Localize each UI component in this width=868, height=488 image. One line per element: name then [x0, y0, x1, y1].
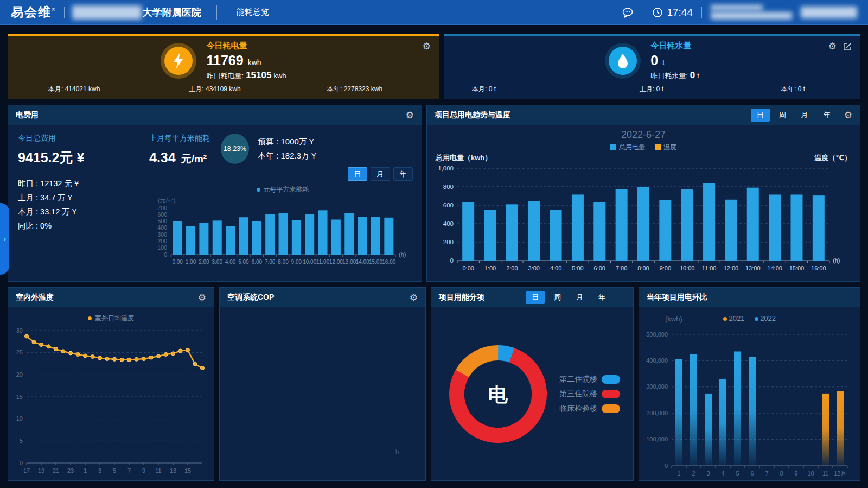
svg-text:13:00: 13:00: [745, 265, 761, 271]
tab-week[interactable]: 周: [548, 291, 567, 304]
svg-text:11: 11: [155, 467, 161, 474]
edit-icon[interactable]: [843, 42, 852, 51]
svg-text:12:00: 12:00: [724, 265, 739, 271]
tab-day[interactable]: 日: [526, 291, 545, 304]
redacted-user-info[interactable]: [711, 5, 792, 20]
divider: [216, 5, 217, 20]
legend-item[interactable]: 第三住院楼: [559, 389, 620, 399]
legend-swatch: [610, 144, 616, 150]
tab-month[interactable]: 月: [795, 109, 814, 122]
yearly-chart-top: (kwh) 2021 2022: [639, 313, 860, 327]
svg-text:7:00: 7:00: [265, 259, 276, 265]
settings-icon[interactable]: ⚙: [406, 111, 414, 120]
svg-text:4:00: 4:00: [225, 259, 236, 265]
hospital-name: 大学附属医院: [72, 5, 201, 20]
svg-text:6:00: 6:00: [594, 265, 605, 271]
tab-year[interactable]: 年: [592, 291, 611, 304]
trend-panel: 项目总用电趋势与温度 日 周 月 年 ⚙ 2022-6-27 总用电量 温度 总…: [426, 105, 860, 282]
cop-panel: 空调系统COP ⚙ h: [219, 287, 426, 481]
svg-text:1:00: 1:00: [186, 259, 196, 265]
svg-text:2:00: 2:00: [199, 259, 209, 265]
svg-text:0:00: 0:00: [172, 259, 183, 265]
electric-today-value: 11769kwh: [206, 53, 286, 68]
tab-year[interactable]: 年: [393, 167, 413, 181]
water-summary-card[interactable]: ⚙ 今日耗水量 0t 昨日耗水量:0t 本月: 0 t 上月: 0 t 本年: [444, 34, 860, 99]
svg-text:11: 11: [822, 470, 828, 477]
svg-text:200: 200: [443, 239, 454, 245]
svg-text:0: 0: [665, 462, 668, 468]
svg-text:600: 600: [157, 211, 167, 218]
fee-row: 同比 : 0%: [18, 219, 131, 233]
svg-text:16:00: 16:00: [382, 259, 395, 265]
legend-dot: [88, 316, 92, 320]
svg-text:15: 15: [184, 467, 191, 474]
tab-month[interactable]: 月: [371, 167, 390, 181]
svg-text:0:00: 0:00: [462, 265, 474, 271]
tab-day[interactable]: 日: [348, 167, 367, 181]
chevron-right-icon: ›: [3, 235, 6, 243]
settings-icon[interactable]: ⚙: [410, 293, 418, 302]
temperature-panel: 室内外温度 ⚙ 室外日均温度 0510152025301719212313579…: [8, 287, 214, 481]
stat-year: 本年: 2278323 kwh: [327, 85, 439, 94]
svg-text:400: 400: [443, 220, 454, 227]
message-icon[interactable]: [621, 6, 634, 19]
svg-text:6:00: 6:00: [252, 259, 263, 265]
temperature-line-chart: 0510152025301719212313579111315: [8, 323, 210, 479]
stat-month: 本月: 414021 kwh: [8, 85, 189, 94]
budget-line: 预算 : 1000万 ¥: [258, 135, 316, 149]
legend-label: 室外日均温度: [95, 314, 134, 323]
svg-text:13: 13: [170, 467, 176, 474]
trend-chart-legend: 总用电量 温度: [427, 143, 860, 152]
settings-icon[interactable]: ⚙: [198, 293, 206, 302]
legend-item[interactable]: 温度: [655, 143, 676, 152]
legend-item[interactable]: 2022: [755, 314, 776, 322]
legend-item[interactable]: 临床检验楼: [559, 404, 620, 414]
tab-day[interactable]: 日: [751, 109, 770, 122]
water-today-value: 0t: [650, 53, 699, 68]
fee-chart-ylabel: (元/㎡): [158, 197, 416, 205]
legend-item[interactable]: 第二住院楼: [559, 375, 620, 384]
breakdown-panel: 项目用能分项 日 周 月 年 电 第二住院楼 第三住院楼 临床检验楼: [431, 287, 634, 481]
water-yesterday: 昨日耗水量:0t: [650, 70, 699, 81]
fee-chart-legend: 元每平方米能耗: [149, 185, 416, 194]
redacted-user-block[interactable]: [801, 7, 857, 18]
tab-week[interactable]: 周: [773, 109, 792, 122]
fee-today-value: 9415.2元 ¥: [18, 149, 131, 167]
legend-swatch: [655, 144, 661, 150]
trend-period-tabs: 日 周 月 年: [751, 109, 837, 122]
divider: [643, 7, 643, 18]
legend-item[interactable]: 2021: [723, 314, 745, 322]
svg-text:5: 5: [113, 467, 116, 474]
svg-text:10: 10: [807, 470, 814, 477]
legend-chip: [602, 390, 620, 398]
settings-icon[interactable]: ⚙: [423, 42, 431, 51]
svg-text:7: 7: [127, 467, 131, 474]
breakdown-legend: 第二住院楼 第三住院楼 临床检验楼: [559, 375, 620, 414]
stat-last-month: 上月: 434109 kwh: [189, 85, 327, 94]
svg-text:1: 1: [84, 467, 87, 474]
settings-icon[interactable]: ⚙: [828, 42, 837, 51]
legend-item[interactable]: 总用电量: [610, 143, 645, 152]
svg-text:6: 6: [750, 470, 754, 477]
svg-text:14:00: 14:00: [356, 259, 369, 265]
budget-block: 预算 : 1000万 ¥ 本年 : 182.3万 ¥: [258, 135, 316, 163]
settings-icon[interactable]: ⚙: [844, 111, 852, 120]
svg-text:9: 9: [794, 470, 797, 477]
tab-year[interactable]: 年: [818, 109, 837, 122]
drawer-handle[interactable]: ›: [0, 203, 9, 275]
svg-text:30: 30: [16, 327, 23, 334]
divider: [64, 7, 65, 18]
panel-title: 室内外温度: [16, 293, 54, 302]
electric-summary-card[interactable]: ⚙ 今日耗电量 11769kwh 昨日耗电量:15105kwh 本月: 4140…: [8, 34, 439, 99]
left-axis-label: 总用电量（kwh）: [436, 153, 492, 163]
tab-month[interactable]: 月: [570, 291, 589, 304]
fee-row: 上月 : 34.7 万 ¥: [18, 191, 131, 205]
sqm-label: 上月每平方米能耗: [149, 134, 210, 143]
budget-percent-badge: 18.23%: [221, 134, 249, 164]
menu-energy-overview[interactable]: 能耗总览: [237, 7, 269, 17]
svg-text:100: 100: [157, 244, 167, 251]
svg-text:300: 300: [157, 231, 167, 238]
svg-text:14:00: 14:00: [767, 265, 782, 271]
svg-text:5: 5: [20, 438, 23, 444]
svg-text:12月: 12月: [834, 470, 846, 477]
